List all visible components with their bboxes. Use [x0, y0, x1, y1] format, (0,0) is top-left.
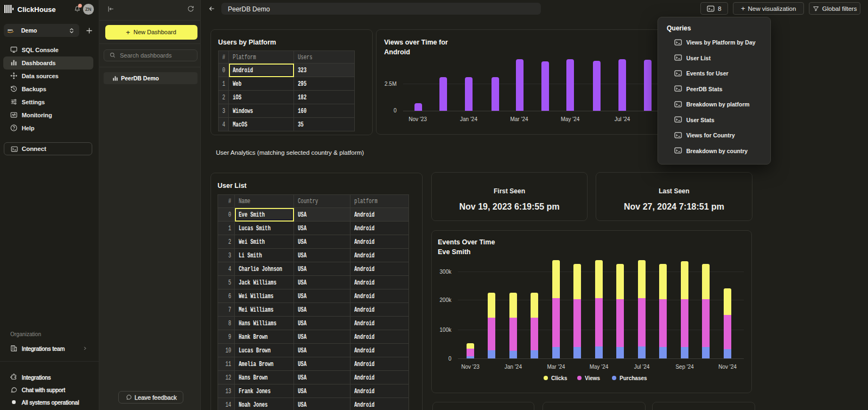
svg-text:aws: aws [8, 28, 13, 31]
